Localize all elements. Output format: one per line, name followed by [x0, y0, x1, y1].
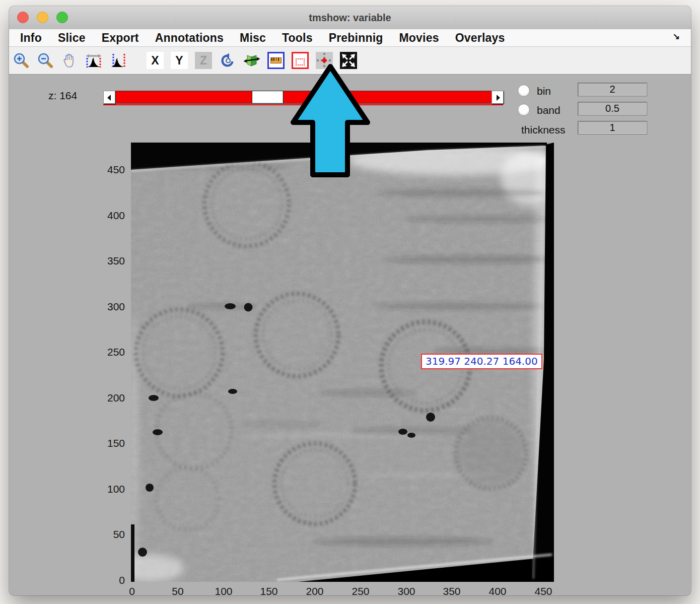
- x-tick-250: 250: [345, 585, 376, 595]
- annotation-arrow: [284, 59, 377, 183]
- histogram-icon[interactable]: [109, 52, 126, 69]
- menubar: InfoSliceExportAnnotationsMiscToolsPrebi…: [9, 29, 691, 47]
- x-tick-0: 0: [116, 585, 148, 595]
- x-tick-450: 450: [528, 585, 559, 595]
- menu-item-overlays[interactable]: Overlays: [455, 31, 505, 45]
- y-tick-450: 450: [86, 164, 125, 175]
- z-slice-label: z: 164: [48, 90, 77, 102]
- y-axis-button[interactable]: Y: [171, 52, 188, 69]
- ruler-icon[interactable]: [267, 52, 285, 69]
- band-input[interactable]: [578, 102, 647, 115]
- x-tick-200: 200: [299, 585, 330, 595]
- x-tick-400: 400: [482, 585, 513, 595]
- z-axis-button[interactable]: Z: [195, 52, 212, 69]
- y-tick-200: 200: [86, 392, 125, 404]
- thickness-input[interactable]: [578, 121, 647, 135]
- pan-hand-icon[interactable]: [61, 52, 78, 69]
- y-tick-350: 350: [86, 255, 125, 266]
- y-tick-50: 50: [86, 529, 125, 540]
- menu-item-slice[interactable]: Slice: [58, 31, 86, 45]
- x-axis-button[interactable]: X: [147, 52, 164, 69]
- rotate-icon[interactable]: [219, 52, 236, 69]
- band-radio[interactable]: [518, 104, 530, 116]
- bin-radio[interactable]: [518, 85, 530, 97]
- x-tick-350: 350: [436, 585, 467, 595]
- menu-item-info[interactable]: Info: [20, 31, 42, 45]
- menu-item-export[interactable]: Export: [102, 31, 139, 45]
- app-window: tmshow: variable InfoSliceExportAnnotati…: [9, 6, 691, 595]
- z-slider-right-arrow[interactable]: [492, 91, 504, 104]
- menu-overflow-icon[interactable]: ↘: [673, 31, 680, 42]
- flip-icon[interactable]: [243, 52, 260, 69]
- thickness-label: thickness: [521, 124, 566, 136]
- cursor-readout: 319.97 240.27 164.00: [421, 354, 542, 369]
- y-tick-400: 400: [86, 210, 125, 221]
- y-tick-100: 100: [86, 484, 125, 495]
- bin-input[interactable]: [578, 83, 647, 96]
- x-tick-150: 150: [253, 585, 285, 595]
- zoom-out-icon[interactable]: [37, 52, 54, 69]
- y-tick-250: 250: [86, 347, 125, 358]
- y-tick-0: 0: [86, 575, 125, 586]
- menu-item-movies[interactable]: Movies: [399, 31, 439, 45]
- titlebar: tmshow: variable: [9, 6, 691, 30]
- histogram-range-icon[interactable]: [85, 52, 102, 69]
- zoom-in-icon[interactable]: [13, 52, 30, 69]
- menu-item-tools[interactable]: Tools: [282, 31, 313, 45]
- z-slider-left-arrow[interactable]: [103, 91, 115, 104]
- y-tick-150: 150: [86, 438, 125, 449]
- menu-item-annotations[interactable]: Annotations: [155, 31, 224, 45]
- band-label: band: [537, 104, 561, 116]
- menu-item-misc[interactable]: Misc: [240, 31, 266, 45]
- z-slider-thumb[interactable]: [252, 91, 284, 104]
- menu-item-prebinnig[interactable]: Prebinnig: [329, 31, 383, 45]
- y-tick-300: 300: [86, 301, 125, 312]
- window-title: tmshow: variable: [9, 6, 691, 29]
- x-tick-50: 50: [162, 585, 193, 595]
- bin-label: bin: [537, 85, 551, 97]
- x-tick-300: 300: [391, 585, 422, 595]
- x-tick-100: 100: [208, 585, 239, 595]
